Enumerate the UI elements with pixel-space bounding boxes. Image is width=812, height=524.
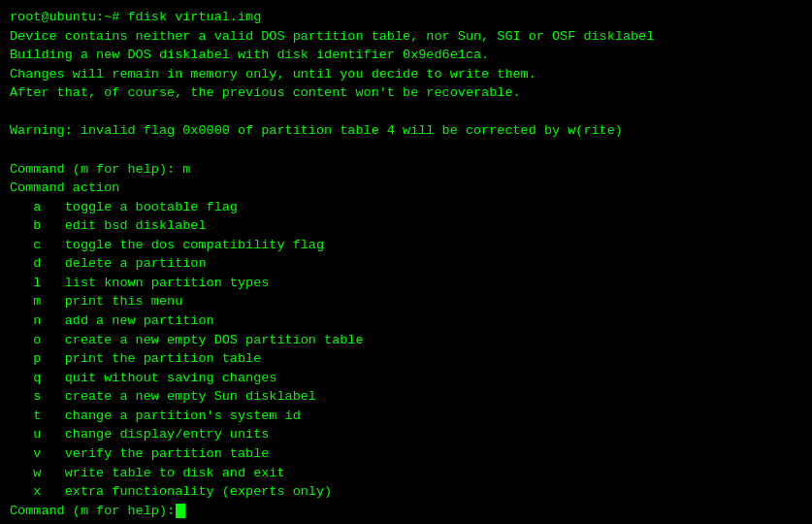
prompt-text: Command (m for help): <box>10 502 175 521</box>
line-14: d delete a partition <box>10 254 802 274</box>
line-26: x extra functionality (experts only) <box>10 482 802 502</box>
line-22: t change a partition's system id <box>10 407 802 426</box>
line-23: u change display/entry units <box>10 425 802 444</box>
line-8-empty <box>10 141 802 160</box>
line-19: p print the partition table <box>10 349 802 369</box>
line-10: Command action <box>10 179 802 198</box>
terminal-window: root@ubuntu:~# fdisk virtual.img Device … <box>0 0 812 524</box>
line-3: Building a new DOS disklabel with disk i… <box>10 46 802 65</box>
line-7: Warning: invalid flag 0x0000 of partitio… <box>10 121 802 141</box>
line-6-empty <box>10 103 802 122</box>
line-15: l list known partition types <box>10 274 802 293</box>
line-11: a toggle a bootable flag <box>10 198 802 217</box>
line-4: Changes will remain in memory only, unti… <box>10 65 802 84</box>
line-2: Device contains neither a valid DOS part… <box>10 27 802 47</box>
line-16: m print this menu <box>10 292 802 311</box>
line-5: After that, of course, the previous cont… <box>10 83 802 103</box>
line-9: Command (m for help): m <box>10 160 802 180</box>
command-prompt-line[interactable]: Command (m for help): <box>10 502 802 521</box>
cursor <box>176 504 185 518</box>
line-12: b edit bsd disklabel <box>10 216 802 236</box>
line-21: s create a new empty Sun disklabel <box>10 387 802 407</box>
line-20: q quit without saving changes <box>10 369 802 388</box>
line-13: c toggle the dos compatibility flag <box>10 236 802 255</box>
line-24: v verify the partition table <box>10 444 802 464</box>
line-17: n add a new partition <box>10 311 802 331</box>
line-1: root@ubuntu:~# fdisk virtual.img <box>10 8 802 27</box>
line-25: w write table to disk and exit <box>10 464 802 483</box>
line-18: o create a new empty DOS partition table <box>10 331 802 350</box>
